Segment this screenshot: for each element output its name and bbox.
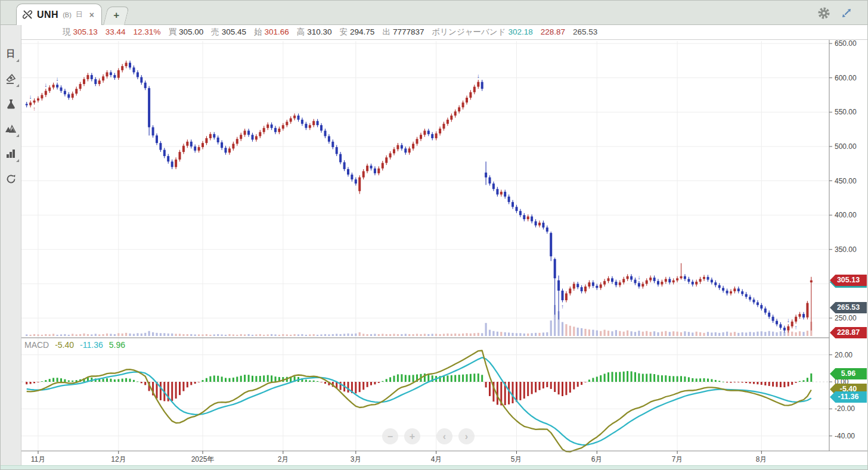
quote-value: 294.75 xyxy=(350,27,374,36)
sidebar-item-daily-timeframe[interactable]: 日 xyxy=(1,41,21,66)
quote-label: 始 xyxy=(254,27,262,38)
zoom-out-button[interactable]: − xyxy=(382,428,398,444)
macd-indicator-header: MACD -5.40-11.365.96 xyxy=(24,340,131,350)
tab-unh[interactable]: UNH (B) 日 × xyxy=(16,4,102,25)
macd-header-value: -11.36 xyxy=(80,340,103,350)
bottom-scroll-strip[interactable] xyxy=(1,465,868,470)
submenu-corner-icon xyxy=(16,59,19,62)
chart-application: ↓↑↓↓↓↑↓↓↑ 650.00600.00550.00500.00450.00… xyxy=(0,0,868,470)
tab-symbol: UNH xyxy=(37,10,58,20)
macd-histogram xyxy=(26,371,812,406)
expand-icon[interactable] xyxy=(840,7,853,20)
quote-value: 7777837 xyxy=(393,27,424,36)
submenu-corner-icon xyxy=(16,134,19,137)
svg-text:↓: ↓ xyxy=(44,82,47,88)
svg-text:↓: ↓ xyxy=(787,317,790,323)
quote-label: 買 xyxy=(168,27,176,38)
volume-bars xyxy=(26,305,812,336)
svg-text:↓: ↓ xyxy=(637,274,640,281)
quote-value: 305.45 xyxy=(222,27,246,36)
svg-text:↓: ↓ xyxy=(56,76,59,82)
quote-label: ボリンジャーバンド xyxy=(432,27,506,38)
macd-title: MACD xyxy=(24,340,49,350)
svg-text:↓: ↓ xyxy=(29,94,32,100)
new-tab-button[interactable]: + xyxy=(103,7,129,25)
sidebar-item-volume-indicator[interactable] xyxy=(1,141,21,166)
macd-header-value: 5.96 xyxy=(109,340,125,350)
mountain-chart-icon xyxy=(5,123,17,135)
quote-value: 310.30 xyxy=(307,27,331,36)
tab-bar: UNH (B) 日 × + xyxy=(1,1,867,25)
svg-text:↑: ↑ xyxy=(33,105,36,112)
flask-icon xyxy=(5,98,17,110)
panel-borders xyxy=(1,40,868,454)
quote-value: 305.13 xyxy=(73,27,98,36)
quote-label: 現 xyxy=(63,27,71,38)
sidebar-item-strategy-flask[interactable] xyxy=(1,91,21,116)
refresh-icon xyxy=(5,173,17,185)
candles xyxy=(26,61,813,332)
svg-text:↑: ↑ xyxy=(795,324,798,331)
quote-label: 安 xyxy=(340,27,348,38)
sidebar-toolbar: 日 xyxy=(1,24,21,465)
quote-info-bar: 現305.1333.4412.31%買305.00売305.45始301.66高… xyxy=(21,24,868,40)
quote-label: 高 xyxy=(297,27,305,38)
sidebar-item-reload[interactable] xyxy=(1,166,21,191)
tab-timeframe: 日 xyxy=(76,10,83,20)
quote-value: 265.53 xyxy=(573,27,597,36)
link-off-icon xyxy=(23,10,33,20)
price-macd-chart: ↓↑↓↓↓↑↓↓↑ xyxy=(1,1,868,470)
svg-text:↑: ↑ xyxy=(561,303,564,310)
bar-chart-icon xyxy=(5,148,16,159)
day-kanji-icon: 日 xyxy=(7,48,16,60)
pen-icon xyxy=(5,73,17,85)
gear-icon[interactable] xyxy=(817,7,830,20)
pan-left-button[interactable]: ‹ xyxy=(436,428,452,444)
submenu-corner-icon xyxy=(16,159,19,162)
plus-icon: + xyxy=(106,7,126,24)
quote-value: 33.44 xyxy=(106,27,126,36)
signal-markers: ↓↑↓↓↓↑↓↓↑ xyxy=(29,73,798,331)
quote-value: 301.66 xyxy=(264,27,289,36)
pan-right-button[interactable]: › xyxy=(458,428,475,444)
gridlines xyxy=(21,41,829,451)
zoom-in-button[interactable]: + xyxy=(404,428,420,444)
sidebar-item-chart-style[interactable] xyxy=(1,116,21,141)
quote-label: 出 xyxy=(382,27,390,38)
quote-value: 305.00 xyxy=(179,27,203,36)
sidebar-item-drawing-tools[interactable] xyxy=(1,66,21,91)
submenu-corner-icon xyxy=(16,84,19,87)
tab-market: (B) xyxy=(63,11,72,18)
quote-value: 228.87 xyxy=(541,27,565,36)
quote-value: 302.18 xyxy=(508,27,532,36)
svg-text:↓: ↓ xyxy=(477,73,480,79)
macd-header-value: -5.40 xyxy=(55,340,74,350)
quote-label: 売 xyxy=(211,27,219,38)
tab-close-icon[interactable]: × xyxy=(89,10,94,20)
quote-value: 12.31% xyxy=(134,27,161,36)
